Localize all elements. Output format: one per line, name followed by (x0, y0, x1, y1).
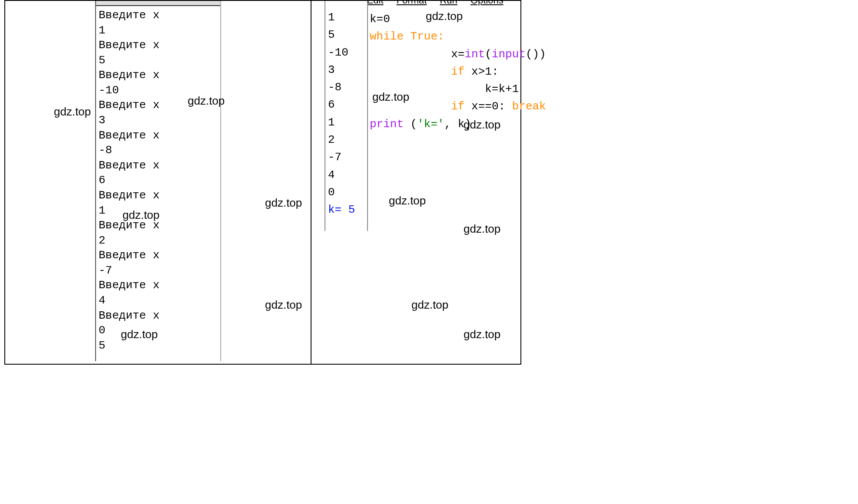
code-text (370, 65, 451, 78)
code-builtin: print (370, 118, 404, 131)
watermark-text: gdz.top (411, 298, 448, 312)
console-line: Введите x (99, 69, 159, 82)
code-text: ( (404, 118, 417, 131)
console-line: -7 (99, 264, 112, 277)
code-number: 0 (383, 13, 390, 26)
shell-line: 5 (328, 28, 335, 41)
code-text: k= (370, 13, 383, 26)
console-line: Введите x (99, 9, 159, 22)
watermark-text: gdz.top (123, 208, 159, 222)
code-text: : (492, 65, 499, 78)
console-line: -10 (99, 84, 119, 97)
code-keyword: while (370, 30, 404, 43)
code-keyword: if (451, 100, 464, 113)
console-line: Введите x (99, 99, 159, 112)
watermark-text: gdz.top (372, 90, 409, 104)
code-number: 1 (512, 82, 519, 96)
left-cell: Введите x 1 Введите x 5 Введите x -10 Вв… (5, 1, 311, 364)
console-line: 0 (99, 324, 106, 337)
right-shell-output: 1 5 -10 3 -8 6 1 2 -7 4 0 k= 5 (325, 1, 368, 231)
left-console-titlebar (96, 1, 220, 6)
code-text: ()) (526, 48, 546, 61)
console-line: Введите x (99, 309, 159, 322)
code-text: ( (485, 48, 492, 61)
console-line: 6 (99, 174, 106, 187)
right-cell: File Edit Format Run Options 1 5 -10 3 -… (311, 1, 520, 364)
code-number: 1 (485, 65, 492, 78)
code-builtin: int (464, 48, 485, 61)
console-line: Введите x (99, 159, 159, 172)
console-line: 5 (99, 54, 106, 67)
code-text: : (498, 100, 512, 113)
code-text: x> (464, 65, 485, 78)
shell-line: 1 (328, 116, 335, 129)
watermark-text: gdz.top (389, 194, 426, 208)
console-line: Введите x (99, 39, 159, 52)
console-line: 1 (99, 204, 106, 217)
shell-line: 1 (328, 11, 335, 24)
code-keyword: break (512, 100, 546, 113)
watermark-text: gdz.top (265, 196, 302, 210)
console-line: -8 (99, 144, 112, 157)
shell-line: 3 (328, 63, 335, 76)
console-line: Введите x (99, 249, 159, 262)
watermark-text: gdz.top (54, 105, 91, 119)
console-line: Введите x (99, 189, 159, 202)
shell-line: 2 (328, 133, 335, 146)
watermark-text: gdz.top (121, 328, 158, 341)
shell-line: 6 (328, 98, 335, 111)
shell-line: 4 (328, 168, 335, 181)
left-console-window: Введите x 1 Введите x 5 Введите x -10 Вв… (95, 1, 221, 361)
shell-line: -7 (328, 151, 341, 164)
console-line: 5 (99, 339, 106, 352)
code-builtin: input (492, 48, 526, 61)
console-line: 3 (99, 114, 106, 127)
code-string: 'k=' (417, 118, 444, 131)
code-editor[interactable]: k=0 while True: x=int(input()) if x>1: k… (367, 1, 576, 131)
code-number: 0 (492, 100, 499, 113)
left-console-output: Введите x 1 Введите x 5 Введите x -10 Вв… (96, 6, 220, 355)
watermark-text: gdz.top (188, 94, 225, 108)
console-line: Введите x (99, 279, 159, 292)
console-line: 1 (99, 24, 106, 37)
console-line: 2 (99, 234, 106, 247)
code-text: x= (370, 48, 464, 61)
console-line: 4 (99, 294, 106, 307)
watermark-text: gdz.top (464, 222, 500, 236)
console-line: Введите x (99, 129, 159, 142)
code-keyword: True: (404, 30, 444, 43)
shell-line: -8 (328, 81, 341, 94)
code-keyword: if (451, 65, 464, 78)
watermark-text: gdz.top (265, 298, 302, 312)
outer-table: Введите x 1 Введите x 5 Введите x -10 Вв… (4, 0, 521, 365)
code-text: x== (464, 100, 491, 113)
watermark-text: gdz.top (464, 118, 500, 132)
watermark-text: gdz.top (426, 10, 463, 23)
shell-line: 0 (328, 186, 335, 199)
shell-line: -10 (328, 46, 348, 59)
watermark-text: gdz.top (464, 328, 500, 341)
shell-result: k= 5 (328, 203, 355, 216)
